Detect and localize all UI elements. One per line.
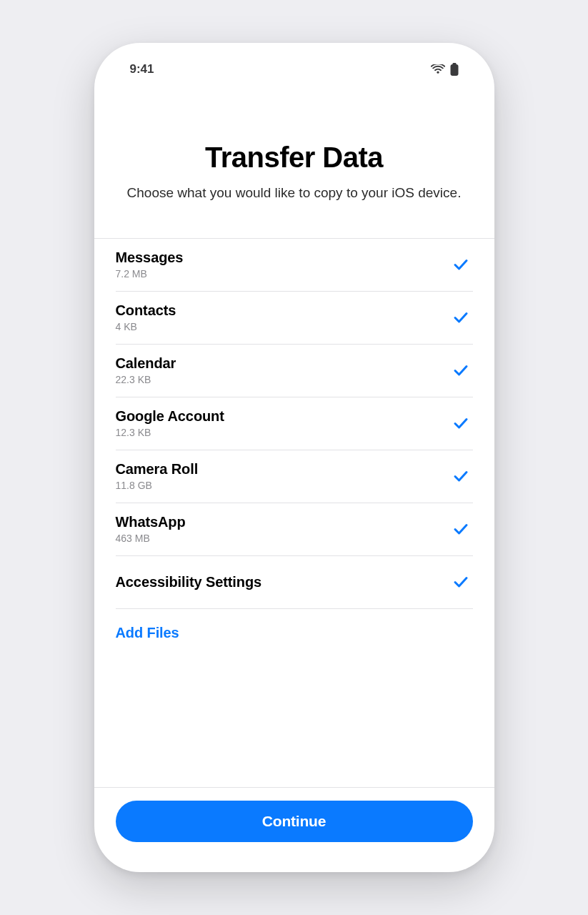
list-item-size: 7.2 MB <box>116 268 184 280</box>
list-item-title: Google Account <box>116 408 224 425</box>
checkmark-icon <box>453 415 469 431</box>
wifi-icon <box>431 64 445 74</box>
battery-icon <box>450 63 459 76</box>
checkmark-icon <box>453 257 469 272</box>
checkmark-icon <box>453 521 469 537</box>
status-time: 9:41 <box>130 62 154 76</box>
svg-rect-0 <box>450 64 458 76</box>
page-subtitle: Choose what you would like to copy to yo… <box>123 184 466 202</box>
list-item-text: Camera Roll 11.8 GB <box>116 461 199 491</box>
list-item-camera-roll[interactable]: Camera Roll 11.8 GB <box>116 450 473 503</box>
list-item-text: Contacts 4 KB <box>116 302 176 332</box>
phone-frame: 9:41 Transfer Data Choose what you would… <box>94 43 494 872</box>
footer: Continue <box>94 787 494 872</box>
list-item-messages[interactable]: Messages 7.2 MB <box>116 239 473 292</box>
checkmark-icon <box>453 468 469 484</box>
checkmark-icon <box>453 574 469 590</box>
list-item-size: 11.8 GB <box>116 480 199 491</box>
continue-button[interactable]: Continue <box>116 801 473 842</box>
add-files-row[interactable]: Add Files <box>116 609 473 656</box>
add-files-link[interactable]: Add Files <box>116 625 179 640</box>
list-item-title: Calendar <box>116 355 176 372</box>
list-item-text: WhatsApp 463 MB <box>116 514 186 544</box>
list-item-text: Google Account 12.3 KB <box>116 408 224 438</box>
checkmark-icon <box>453 362 469 378</box>
header: Transfer Data Choose what you would like… <box>94 81 494 202</box>
list-item-google-account[interactable]: Google Account 12.3 KB <box>116 397 473 450</box>
status-bar: 9:41 <box>94 43 494 81</box>
list-item-text: Calendar 22.3 KB <box>116 355 176 385</box>
list-item-text: Messages 7.2 MB <box>116 249 184 280</box>
list-item-title: Camera Roll <box>116 461 199 478</box>
list-item-title: WhatsApp <box>116 514 186 530</box>
list-item-text: Accessibility Settings <box>116 571 262 593</box>
list-item-size: 12.3 KB <box>116 427 224 438</box>
list-item-size: 463 MB <box>116 533 186 544</box>
list-item-accessibility-settings[interactable]: Accessibility Settings <box>116 556 473 609</box>
list-item-whatsapp[interactable]: WhatsApp 463 MB <box>116 503 473 556</box>
list-item-title: Messages <box>116 249 184 266</box>
list-item-size: 4 KB <box>116 321 176 332</box>
list-item-calendar[interactable]: Calendar 22.3 KB <box>116 345 473 397</box>
list-item-contacts[interactable]: Contacts 4 KB <box>116 292 473 345</box>
list-item-title: Accessibility Settings <box>116 571 262 593</box>
list-item-title: Contacts <box>116 302 176 319</box>
status-icons <box>431 63 459 76</box>
svg-rect-1 <box>452 63 456 65</box>
list-item-size: 22.3 KB <box>116 374 176 385</box>
data-list: Messages 7.2 MB Contacts 4 KB Calendar 2… <box>94 238 494 656</box>
page-title: Transfer Data <box>123 142 466 174</box>
checkmark-icon <box>453 310 469 325</box>
